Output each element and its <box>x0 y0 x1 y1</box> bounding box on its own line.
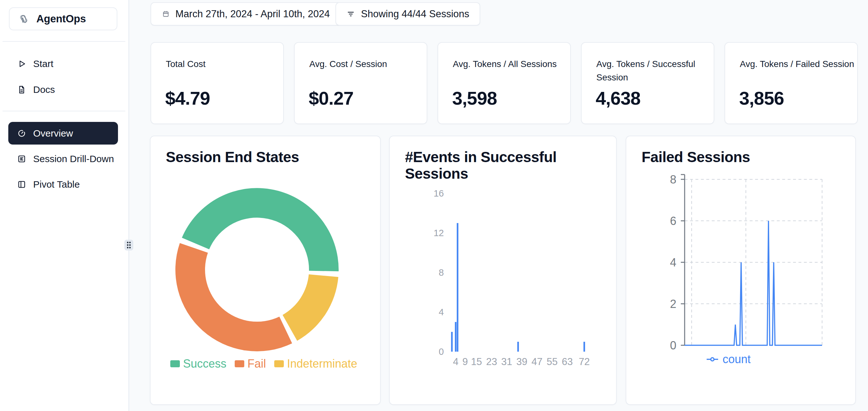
count-series-marker-icon <box>707 357 718 362</box>
svg-text:6: 6 <box>670 214 676 228</box>
legend-label: Fail <box>247 357 266 371</box>
drag-dots-icon <box>126 241 132 249</box>
sidebar-item-label: Session Drill-Down <box>33 153 114 164</box>
session-end-states-card: Session End States Success Fail Indeterm… <box>150 136 381 405</box>
stat-value: $4.79 <box>165 87 210 109</box>
svg-text:4: 4 <box>439 307 444 317</box>
sessions-filter-button[interactable]: Showing 44/44 Sessions <box>336 2 480 26</box>
columns-icon <box>17 180 26 189</box>
svg-text:2: 2 <box>670 297 676 311</box>
stat-value: 4,638 <box>596 87 640 109</box>
list-icon <box>17 154 26 164</box>
agentops-logo-icon <box>17 12 30 25</box>
svg-text:16: 16 <box>434 188 444 199</box>
success-swatch-icon <box>170 360 180 367</box>
count-legend-label: count <box>722 353 751 366</box>
gauge-icon <box>17 129 26 138</box>
sidebar-item-session-drill-down[interactable]: Session Drill-Down <box>8 149 118 169</box>
svg-text:4: 4 <box>453 356 458 367</box>
legend-item-indeterminate: Indeterminate <box>274 357 357 371</box>
play-icon <box>17 59 26 68</box>
count-legend: count <box>707 353 751 366</box>
sidebar: AgentOps Start Docs Overview <box>0 0 129 411</box>
session-end-states-donut-chart <box>174 187 340 353</box>
date-range-label: March 27th, 2024 - April 10th, 2024 <box>175 8 330 20</box>
filter-icon <box>346 9 355 19</box>
sidebar-item-pivot-table[interactable]: Pivot Table <box>8 174 118 195</box>
stat-label: Avg. Tokens / All Sessions <box>453 57 557 71</box>
svg-text:23: 23 <box>486 356 497 367</box>
sessions-filter-label: Showing 44/44 Sessions <box>361 8 469 20</box>
events-histogram-chart: 0481216491523313947556372 <box>390 136 617 405</box>
svg-text:4: 4 <box>670 256 676 269</box>
svg-text:0: 0 <box>439 347 444 357</box>
sidebar-item-label: Start <box>33 58 53 69</box>
svg-text:39: 39 <box>516 356 527 367</box>
svg-text:8: 8 <box>670 173 676 186</box>
stat-card-total-cost: Total Cost $4.79 <box>151 42 284 124</box>
sidebar-resize-handle[interactable] <box>124 240 133 251</box>
legend-item-fail: Fail <box>235 357 266 371</box>
sidebar-item-overview[interactable]: Overview <box>8 122 118 145</box>
svg-text:8: 8 <box>439 267 444 277</box>
failed-sessions-card: Failed Sessions 02468 count <box>626 136 856 405</box>
stat-label: Avg. Tokens / Successful Session <box>596 57 714 84</box>
svg-text:55: 55 <box>547 356 557 367</box>
stat-value: $0.27 <box>309 87 353 109</box>
legend-item-success: Success <box>170 357 226 371</box>
svg-text:0: 0 <box>670 339 676 352</box>
app-title: AgentOps <box>36 13 86 25</box>
indeterminate-swatch-icon <box>274 360 284 367</box>
legend-label: Success <box>183 357 226 371</box>
document-icon <box>17 85 26 94</box>
svg-text:9: 9 <box>462 356 468 367</box>
stat-label: Avg. Tokens / Failed Session <box>740 57 854 71</box>
donut-legend: Success Fail Indeterminate <box>170 357 357 371</box>
stat-card-avg-cost-session: Avg. Cost / Session $0.27 <box>294 42 427 124</box>
stat-label: Total Cost <box>166 57 206 71</box>
svg-text:12: 12 <box>434 228 444 238</box>
sidebar-divider <box>3 41 125 42</box>
logo-box[interactable]: AgentOps <box>9 7 117 30</box>
stat-card-avg-tokens-all: Avg. Tokens / All Sessions 3,598 <box>437 42 571 124</box>
date-range-button[interactable]: March 27th, 2024 - April 10th, 2024 <box>151 2 341 26</box>
sidebar-item-label: Docs <box>33 84 55 95</box>
chart-title: Session End States <box>166 149 299 166</box>
sidebar-item-label: Overview <box>33 128 73 139</box>
stat-value: 3,598 <box>452 87 497 109</box>
svg-text:47: 47 <box>532 356 542 367</box>
svg-text:15: 15 <box>471 356 482 367</box>
stat-card-avg-tokens-failed: Avg. Tokens / Failed Session 3,856 <box>724 42 858 124</box>
sidebar-item-start[interactable]: Start <box>8 54 118 74</box>
stat-value: 3,856 <box>739 87 784 109</box>
fail-swatch-icon <box>235 360 244 367</box>
sidebar-item-docs[interactable]: Docs <box>8 80 118 100</box>
stat-card-avg-tokens-successful: Avg. Tokens / Successful Session 4,638 <box>581 42 714 124</box>
svg-text:63: 63 <box>562 356 573 367</box>
stat-label: Avg. Cost / Session <box>309 57 387 71</box>
events-in-successful-sessions-card: #Events in Successful Sessions 048121649… <box>389 136 617 405</box>
legend-label: Indeterminate <box>287 357 357 371</box>
svg-text:31: 31 <box>501 356 512 367</box>
calendar-icon <box>162 10 169 18</box>
sidebar-item-label: Pivot Table <box>33 179 80 190</box>
sidebar-divider <box>3 111 125 111</box>
svg-text:72: 72 <box>579 356 590 367</box>
